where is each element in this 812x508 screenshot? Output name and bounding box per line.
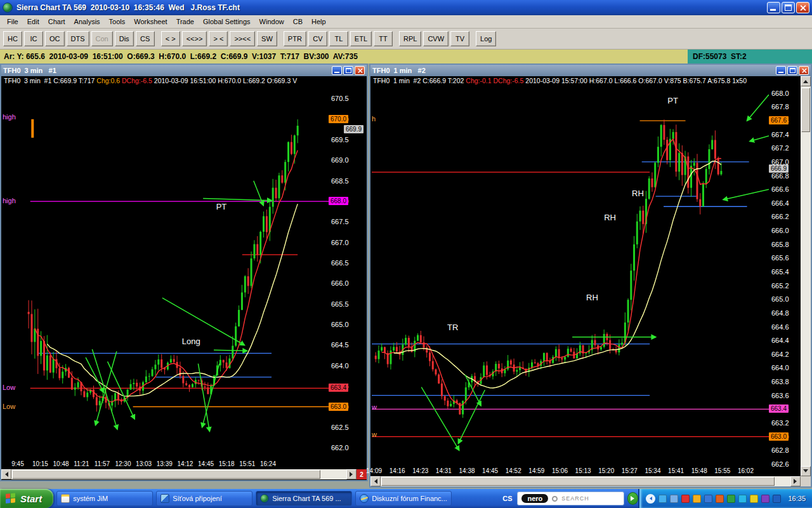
toolbar-tt-button[interactable]: TT	[374, 31, 393, 46]
toolbar-item-button[interactable]: < >	[161, 31, 180, 46]
minimize-button[interactable]	[776, 66, 786, 75]
price-badge: 670.0	[329, 115, 348, 123]
price-badge: 663.0	[769, 432, 789, 441]
chart-2-plot[interactable]: PTRHRHRHTR	[372, 86, 769, 465]
x-axis-tick: 14:12	[177, 460, 193, 467]
candle-body	[77, 382, 79, 387]
menu-analysis[interactable]: Analysis	[70, 16, 105, 27]
candle-body	[96, 397, 98, 405]
chartbook-number-badge[interactable]: 2	[357, 469, 367, 479]
chart-window-1-titlebar[interactable]: TFH0 3 min #1	[1, 65, 367, 76]
chart-1-horizontal-scrollbar[interactable]: 2	[1, 469, 367, 479]
skype-icon[interactable]	[738, 495, 747, 503]
menu-file[interactable]: File	[3, 16, 23, 27]
minimize-button[interactable]	[767, 2, 780, 13]
firewall-icon[interactable]	[716, 495, 724, 503]
candle-body	[284, 162, 286, 183]
close-button[interactable]	[799, 66, 809, 75]
chart-2-time-axis[interactable]: 14:0914:1614:2314:3114:3814:4514:5214:59…	[372, 465, 769, 476]
status-row: Ar: Y: 665.6 2010-03-09 16:51:00 O:669.3…	[0, 50, 812, 64]
maximize-icon	[785, 4, 792, 11]
toolbar-etl-button[interactable]: ETL	[350, 31, 372, 46]
clock-sync-icon[interactable]	[773, 495, 781, 503]
toolbar-ptr-button[interactable]: PTR	[284, 31, 306, 46]
toolbar-item-button[interactable]: > <	[209, 31, 228, 46]
toolbar-oc-button[interactable]: OC	[45, 31, 65, 46]
volume-icon[interactable]	[670, 495, 678, 503]
menu-help[interactable]: Help	[307, 16, 331, 27]
scrollbar-thumb[interactable]	[12, 470, 320, 479]
scroll-down-button[interactable]	[801, 466, 811, 476]
toolbar-ic-button[interactable]: IC	[24, 31, 43, 46]
purple-app-icon[interactable]	[761, 495, 769, 503]
close-button[interactable]	[355, 66, 365, 75]
toolbar-hc-button[interactable]: HC	[3, 31, 22, 46]
scrollbar-track[interactable]	[11, 469, 346, 479]
maximize-button[interactable]	[787, 66, 797, 75]
candle-body	[564, 357, 566, 359]
minimize-button[interactable]	[332, 66, 342, 75]
chart-2-horizontal-scrollbar[interactable]	[370, 476, 801, 486]
chart-1-price-axis[interactable]: 670.5670.0669.5669.0668.5668.0667.5667.0…	[329, 86, 367, 458]
scrollbar-track[interactable]	[801, 86, 811, 466]
x-axis-tick: 15:27	[622, 467, 638, 474]
chart-1-time-axis[interactable]: 9:4510:1510:4811:2111:5712:3013:0313:391…	[3, 458, 329, 469]
messenger-icon[interactable]	[658, 495, 667, 503]
toolbar-item-button[interactable]: >><<	[230, 31, 255, 46]
toolbar-cs-button[interactable]: CS	[136, 31, 155, 46]
taskbar-task-s-ov-p-ipojen[interactable]: Síťová připojení	[156, 491, 252, 506]
menu-global-settings[interactable]: Global Settings	[199, 16, 255, 27]
hide-icons-button[interactable]	[646, 494, 655, 504]
maximize-button[interactable]	[343, 66, 353, 75]
warning-icon[interactable]	[750, 495, 758, 503]
taskbar-task-syst-m-jim[interactable]: systém JiM	[56, 491, 153, 506]
close-button[interactable]	[796, 2, 809, 13]
search-go-button[interactable]	[627, 492, 639, 505]
toolbar-cvw-button[interactable]: CVW	[423, 31, 449, 46]
menu-worksheet[interactable]: Worksheet	[129, 16, 171, 27]
chart-1-plot[interactable]: PTLong	[3, 86, 329, 458]
toolbar-dts-button[interactable]: DTS	[67, 31, 89, 46]
chart-window-2-titlebar[interactable]: TFH0 1 min #2	[370, 65, 811, 76]
menu-edit[interactable]: Edit	[23, 16, 44, 27]
toolbar-cv-button[interactable]: CV	[308, 31, 327, 46]
chart-2-price-axis[interactable]: 668.0667.8667.6667.4667.2667.0666.8666.6…	[769, 86, 801, 465]
antivirus-icon[interactable]	[681, 495, 690, 503]
toolbar-rpl-button[interactable]: RPL	[399, 31, 421, 46]
menu-cb[interactable]: CB	[289, 16, 307, 27]
toolbar-con-button[interactable]: Con	[91, 31, 113, 46]
toolbar-tv-button[interactable]: TV	[450, 31, 469, 46]
candle-body	[435, 370, 436, 375]
toolbar-tl-button[interactable]: TL	[329, 31, 348, 46]
toolbar-item-button[interactable]: <<>>	[182, 31, 207, 46]
network-status-icon[interactable]	[704, 495, 712, 503]
toolbar-dis-button[interactable]: Dis	[115, 31, 134, 46]
menu-window[interactable]: Window	[255, 16, 289, 27]
toolbar-log-button[interactable]: Log	[476, 31, 496, 46]
menu-trade[interactable]: Trade	[172, 16, 199, 27]
menu-chart[interactable]: Chart	[44, 16, 70, 27]
menu-tools[interactable]: Tools	[105, 16, 130, 27]
scroll-left-button[interactable]	[1, 469, 11, 479]
scroll-left-button[interactable]	[370, 476, 381, 486]
toolbar-sw-button[interactable]: SW	[257, 31, 277, 46]
language-indicator[interactable]: CS	[497, 495, 517, 502]
scroll-right-button[interactable]	[790, 476, 801, 486]
scroll-right-button[interactable]	[346, 469, 357, 479]
taskbar-task-sierra-chart-ta-569[interactable]: Sierra Chart TA 569 ...	[256, 491, 352, 506]
maximize-button[interactable]	[782, 2, 795, 13]
start-button[interactable]: Start	[0, 489, 53, 508]
app-titlebar[interactable]: Sierra Chart TA 569 2010-03-10 16:35:46 …	[0, 0, 812, 15]
scrollbar-thumb[interactable]	[801, 88, 810, 132]
nero-brand-logo: nero	[521, 494, 548, 503]
scrollbar-thumb[interactable]	[381, 477, 775, 486]
chart-2-vertical-scrollbar[interactable]	[801, 76, 811, 476]
candle-body	[648, 178, 650, 199]
nero-search-bar[interactable]: nero SEARCH	[517, 491, 624, 505]
toolbar: HCICOCDTSConDisCS< ><<>>> <>><<SWPTRCVTL…	[0, 29, 812, 50]
updates-icon[interactable]	[693, 495, 701, 503]
minimize-icon	[334, 72, 339, 73]
scrollbar-track[interactable]	[381, 476, 790, 486]
chat-icon[interactable]	[727, 495, 735, 503]
taskbar-task-diskuzn-f-rum-financ[interactable]: Diskuzní fórum Financ...	[355, 491, 452, 506]
